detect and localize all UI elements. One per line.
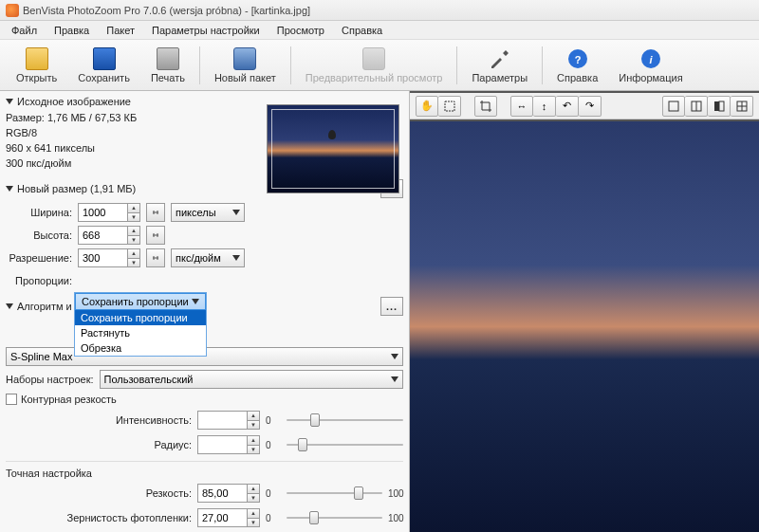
source-thumbnail[interactable] xyxy=(267,104,399,193)
preset-combo[interactable]: Пользовательский xyxy=(100,370,403,389)
spin-up-icon[interactable]: ▲ xyxy=(248,436,259,446)
grain-input[interactable] xyxy=(197,508,247,527)
spin-up-icon[interactable]: ▲ xyxy=(248,412,259,421)
separator xyxy=(199,46,200,84)
menu-batch[interactable]: Пакет xyxy=(99,23,142,38)
spin-down-icon[interactable]: ▼ xyxy=(128,213,139,222)
new-batch-label: Новый пакет xyxy=(214,72,276,83)
width-unit-label: пикселы xyxy=(176,207,216,218)
spin-up-icon[interactable]: ▲ xyxy=(128,227,139,236)
separator xyxy=(542,46,543,84)
menu-view[interactable]: Просмотр xyxy=(269,23,332,38)
info-icon: i xyxy=(639,47,662,70)
grain-slider[interactable] xyxy=(287,509,382,526)
spin-down-icon[interactable]: ▼ xyxy=(248,421,259,430)
save-button[interactable]: Сохранить xyxy=(67,42,140,89)
spin-up-icon[interactable]: ▲ xyxy=(248,485,259,494)
separator xyxy=(6,461,403,462)
resolution-input[interactable] xyxy=(78,248,127,267)
resolution-unit-label: пкс/дюйм xyxy=(176,252,221,264)
radius-input[interactable] xyxy=(197,435,247,454)
print-label: Печать xyxy=(151,72,185,83)
chevron-down-icon xyxy=(192,299,199,304)
slider-min: 0 xyxy=(266,440,281,450)
spin-down-icon[interactable]: ▼ xyxy=(128,236,139,245)
sharpness-spinbox[interactable]: ▲▼ xyxy=(197,484,260,503)
menu-edit[interactable]: Правка xyxy=(46,23,97,38)
aspect-dropdown-selected[interactable]: Сохранить пропорции xyxy=(75,293,206,310)
split-vert-button[interactable] xyxy=(685,96,708,117)
algorithm-options-button[interactable]: ... xyxy=(380,297,403,316)
help-button[interactable]: ? Справка xyxy=(546,42,608,89)
intensity-input[interactable] xyxy=(197,411,247,430)
spin-down-icon[interactable]: ▼ xyxy=(128,259,139,267)
width-lock-button[interactable] xyxy=(146,203,165,222)
params-button[interactable]: Параметры xyxy=(461,42,538,89)
open-label: Открыть xyxy=(16,72,57,83)
tools-icon xyxy=(489,47,511,70)
slider-max: 100 xyxy=(388,488,403,499)
height-lock-button[interactable] xyxy=(146,226,165,245)
nav-cw-button[interactable]: ↷ xyxy=(579,96,602,117)
print-button[interactable]: Печать xyxy=(140,42,195,89)
intensity-spinbox[interactable]: ▲▼ xyxy=(197,411,260,430)
grain-spinbox[interactable]: ▲▼ xyxy=(197,508,260,527)
split-single-button[interactable] xyxy=(662,96,685,117)
grain-label: Зернистость фотопленки: xyxy=(6,512,192,523)
hand-tool-button[interactable]: ✋ xyxy=(416,96,438,117)
crop-icon xyxy=(479,100,492,113)
aspect-option-keep[interactable]: Сохранить пропорции xyxy=(75,310,206,325)
menu-params[interactable]: Параметры настройки xyxy=(144,23,268,38)
radius-spinbox[interactable]: ▲▼ xyxy=(197,435,260,454)
spin-up-icon[interactable]: ▲ xyxy=(128,204,139,213)
resolution-unit-combo[interactable]: пкс/дюйм xyxy=(171,248,245,267)
split-quad-button[interactable] xyxy=(731,96,753,117)
contour-sharpness-checkbox[interactable]: Контурная резкость xyxy=(6,391,403,408)
intensity-slider[interactable] xyxy=(287,412,403,429)
sharpness-input[interactable] xyxy=(197,484,247,503)
nav-ccw-button[interactable]: ↶ xyxy=(556,96,579,117)
aspect-option-crop[interactable]: Обрезка xyxy=(75,340,206,356)
preview-image[interactable] xyxy=(410,121,759,532)
crop-tool-button[interactable] xyxy=(474,96,497,117)
width-unit-combo[interactable]: пикселы xyxy=(171,203,245,222)
menu-help[interactable]: Справка xyxy=(334,23,390,38)
split-half-button[interactable] xyxy=(708,96,731,117)
preview-button[interactable]: Предварительный просмотр xyxy=(295,42,454,89)
separator xyxy=(290,46,291,84)
height-spinbox[interactable]: ▲▼ xyxy=(78,226,140,245)
nav-left-button[interactable]: ↔ xyxy=(510,96,533,117)
resolution-lock-button[interactable] xyxy=(146,248,165,267)
sharpness-slider[interactable] xyxy=(287,485,382,502)
height-input[interactable] xyxy=(78,226,127,245)
spin-down-icon[interactable]: ▼ xyxy=(248,494,259,503)
help-icon: ? xyxy=(566,47,589,70)
spin-up-icon[interactable]: ▲ xyxy=(248,509,259,519)
chevron-down-icon xyxy=(391,376,398,382)
open-button[interactable]: Открыть xyxy=(6,42,67,89)
svg-rect-4 xyxy=(445,101,454,111)
new-batch-button[interactable]: Новый пакет xyxy=(204,42,287,89)
width-spinbox[interactable]: ▲▼ xyxy=(78,203,140,222)
radius-slider[interactable] xyxy=(287,436,403,453)
spin-down-icon[interactable]: ▼ xyxy=(248,519,259,527)
split-middle-icon xyxy=(690,100,703,113)
slider-min: 0 xyxy=(266,513,281,523)
window-title: BenVista PhotoZoom Pro 7.0.6 (wersja pró… xyxy=(23,5,310,16)
menu-file[interactable]: Файл xyxy=(4,23,45,38)
spin-down-icon[interactable]: ▼ xyxy=(248,446,259,454)
params-label: Параметры xyxy=(472,72,528,83)
spin-up-icon[interactable]: ▲ xyxy=(128,249,139,259)
info-button[interactable]: i Информация xyxy=(608,42,693,89)
aspect-dropdown[interactable]: Сохранить пропорции Сохранить пропорции … xyxy=(74,292,207,357)
magnifier-icon xyxy=(362,47,385,70)
marquee-tool-button[interactable] xyxy=(438,96,461,117)
width-input[interactable] xyxy=(78,203,127,222)
resolution-spinbox[interactable]: ▲▼ xyxy=(78,248,140,267)
aspect-option-stretch[interactable]: Растянуть xyxy=(75,325,206,340)
nav-up-button[interactable]: ↕ xyxy=(533,96,556,117)
collapse-triangle-icon xyxy=(6,99,13,104)
aspect-label: Пропорции: xyxy=(6,275,72,286)
main-toolbar: Открыть Сохранить Печать Новый пакет Пре… xyxy=(0,40,759,91)
svg-rect-9 xyxy=(719,101,724,111)
